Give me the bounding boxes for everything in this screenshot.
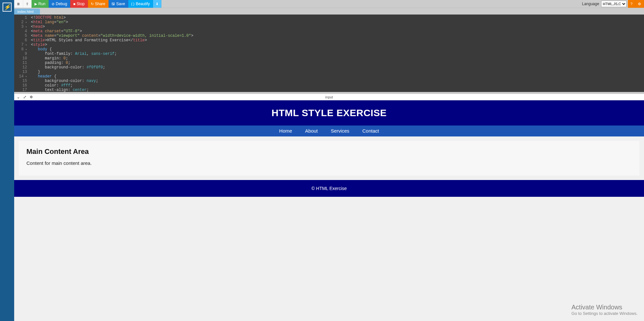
preview-nav-services[interactable]: Services	[331, 128, 350, 134]
run-label: Run	[38, 2, 45, 6]
file-tabbar: index.html	[14, 8, 644, 15]
editor-gutter: 12345678910111213141516171819	[14, 15, 30, 92]
save-button[interactable]: 🖫 Save	[109, 0, 128, 8]
preview-nav-home[interactable]: Home	[279, 128, 292, 134]
language-select[interactable]: HTML,JS,C	[601, 1, 627, 7]
help-button[interactable]: ?	[628, 0, 635, 8]
help-icon: ?	[630, 2, 632, 6]
preview-footer-text: © HTML Exercise	[312, 186, 347, 191]
share-icon: ↻	[91, 2, 94, 6]
preview-pane[interactable]: HTML STYLE EXERCISE Home About Services …	[14, 100, 644, 321]
stop-label: Stop	[77, 2, 85, 6]
lightning-icon: ⚡	[4, 4, 11, 11]
preview-main: Main Content Area Content for main conte…	[19, 141, 639, 176]
new-file-button[interactable]: 🗎	[14, 0, 23, 8]
preview-main-heading: Main Content Area	[26, 147, 632, 156]
debug-icon: ⊘	[52, 2, 54, 6]
preview-nav: Home About Services Contact	[14, 125, 644, 136]
beautify-label: Beautify	[136, 2, 150, 6]
settings-button[interactable]: ⚙	[635, 0, 644, 8]
expand-icon: ⤢	[23, 95, 26, 99]
stop-button[interactable]: ■ Stop	[70, 0, 88, 8]
app-root: ⚡ 🗎 ⇧ ▶ Run ⊘ Debug ■ Stop	[0, 0, 644, 321]
save-label: Save	[116, 2, 125, 6]
preview-footer: © HTML Exercise	[14, 180, 644, 197]
upload-button[interactable]: ⇧	[23, 0, 32, 8]
share-button[interactable]: ↻ Share	[88, 0, 109, 8]
output-chevron-button[interactable]: ⌄	[17, 95, 20, 99]
file-icon: 🗎	[17, 2, 20, 6]
top-toolbar: 🗎 ⇧ ▶ Run ⊘ Debug ■ Stop ↻ Share 🖫	[14, 0, 644, 8]
site-logo[interactable]: ⚡	[3, 3, 12, 12]
download-icon: ⬇	[156, 2, 159, 6]
download-button[interactable]: ⬇	[153, 0, 161, 8]
preview-header-title: HTML STYLE EXERCISE	[21, 107, 637, 118]
preview-body: HTML STYLE EXERCISE Home About Services …	[14, 100, 644, 321]
beautify-button[interactable]: { } Beautify	[128, 0, 153, 8]
logo-strip: ⚡	[0, 0, 14, 321]
upload-icon: ⇧	[26, 2, 29, 6]
run-button[interactable]: ▶ Run	[32, 0, 49, 8]
share-label: Share	[95, 2, 105, 6]
tab-label: index.html	[17, 10, 34, 14]
gear-icon: ⚙	[638, 2, 641, 6]
output-control-bar: ⌄ ⤢ ✲ input	[14, 94, 644, 100]
preview-main-text: Content for main content area.	[26, 160, 632, 166]
braces-icon: { }	[131, 2, 134, 6]
tab-index-html[interactable]: index.html	[14, 9, 40, 15]
stop-icon: ■	[73, 2, 75, 6]
code-editor[interactable]: 12345678910111213141516171819 <!DOCTYPE …	[14, 15, 644, 92]
gear-icon: ✲	[30, 95, 33, 99]
main-column: 🗎 ⇧ ▶ Run ⊘ Debug ■ Stop ↻ Share 🖫	[14, 0, 644, 321]
toolbar-spacer	[161, 0, 580, 8]
debug-label: Debug	[56, 2, 67, 6]
output-expand-button[interactable]: ⤢	[23, 95, 26, 99]
editor-code-area[interactable]: <!DOCTYPE html><html lang="en"><head><me…	[30, 15, 644, 92]
output-center-label: input	[325, 95, 333, 99]
preview-nav-contact[interactable]: Contact	[362, 128, 379, 134]
preview-nav-about[interactable]: About	[305, 128, 318, 134]
debug-button[interactable]: ⊘ Debug	[49, 0, 70, 8]
preview-header: HTML STYLE EXERCISE	[14, 100, 644, 125]
play-icon: ▶	[34, 2, 37, 6]
output-settings-button[interactable]: ✲	[30, 95, 33, 99]
chevron-down-icon: ⌄	[17, 95, 20, 99]
language-label: Language	[580, 0, 601, 8]
save-icon: 🖫	[111, 2, 115, 6]
